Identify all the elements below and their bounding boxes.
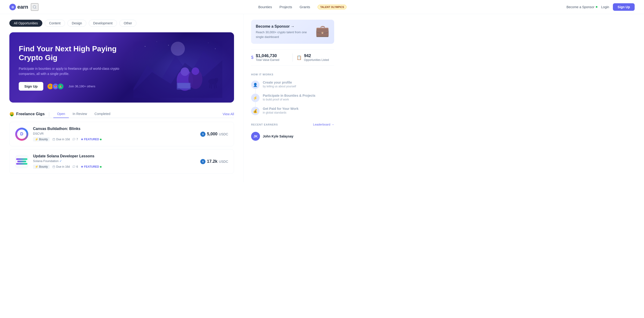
sponsor-card[interactable]: Become a Sponsor → Reach 30,000+ crypto …	[251, 20, 334, 44]
filter-pills: All Opportunities Content Design Develop…	[9, 20, 234, 27]
tab-in-review[interactable]: In Review	[69, 110, 90, 118]
solana-logo	[15, 155, 28, 168]
filter-design[interactable]: Design	[68, 20, 86, 27]
talent-olympics[interactable]: TALENT OLYMPICS	[318, 5, 346, 9]
signup-button[interactable]: Sign Up	[613, 3, 635, 11]
step-line-2	[255, 102, 256, 107]
step-icon-3: 💰	[251, 107, 260, 115]
tab-completed[interactable]: Completed	[91, 110, 114, 118]
svg-line-20	[214, 84, 214, 89]
hero-illustration	[122, 32, 234, 103]
header-left: ◎ earn	[9, 3, 38, 11]
opportunities-count: 942	[304, 53, 329, 58]
briefcase-stat-icon: 📋	[296, 55, 302, 60]
leaderboard-link[interactable]: Leaderboard →	[313, 123, 334, 126]
step-subtitle-1: by telling us about yourself	[263, 85, 296, 88]
gig-org-solana: Solana Foundation ✓	[33, 159, 196, 163]
gig-meta-canvas: ⚡ Bounty Due in 10d 7 ★	[33, 137, 196, 141]
stat-divider	[292, 53, 293, 62]
svg-rect-10	[178, 83, 190, 88]
comments-canvas: 7	[72, 138, 78, 141]
step-text-2: Participate in Bounties & Projects to bu…	[263, 94, 316, 101]
step-title-2: Participate in Bounties & Projects	[263, 94, 316, 97]
how-it-works-title: HOW IT WORKS	[251, 73, 334, 76]
star-icon: ★	[81, 138, 83, 141]
hero-content: Find Your Next High Paying Crypto Gig Pa…	[19, 44, 132, 91]
briefcase-icon: 💼	[316, 24, 330, 38]
stat-opps-content: 942 Opportunities Listed	[304, 53, 329, 62]
step-icon-2: ⚡	[251, 94, 260, 102]
section-title: 🤑 Freelance Gigs	[9, 112, 45, 117]
svg-point-6	[181, 68, 189, 76]
gigs-emoji: 🤑	[9, 112, 14, 117]
step-text-3: Get Paid for Your Work in global standar…	[263, 107, 298, 114]
solana-logo-bars	[16, 158, 28, 165]
hero-actions: Sign Up 🎭 🦊 ⛵ Join 36,190+ others	[19, 82, 132, 91]
logo-icon: ◎	[9, 4, 16, 10]
earner-avatar-1: JK	[251, 132, 260, 141]
avatar-3: ⛵	[57, 83, 64, 90]
filter-other[interactable]: Other	[119, 20, 136, 27]
nav-projects[interactable]: Projects	[280, 5, 292, 9]
svg-line-19	[211, 84, 212, 89]
svg-point-15	[215, 49, 216, 49]
view-all-link[interactable]: View All	[222, 112, 234, 116]
header: ◎ earn Bounties Projects Grants TALENT O…	[0, 0, 644, 14]
verified-icon: ✓	[60, 159, 62, 163]
step-subtitle-3: in global standards	[263, 111, 298, 114]
how-step-2: ⚡ Participate in Bounties & Projects to …	[251, 94, 334, 102]
logo[interactable]: ◎ earn	[9, 4, 28, 10]
gig-card-canvas[interactable]: D Canvas Buildathon: Blinks DSCVR ⚡ Boun…	[9, 122, 234, 146]
step-text-1: Create your profile by telling us about …	[263, 81, 296, 88]
lightning-icon-2: ⚡	[35, 165, 38, 168]
recent-earners: RECENT EARNERS Leaderboard → JK John Kyl…	[251, 123, 334, 143]
gig-reward-solana: $ 17.2k USDC	[200, 159, 228, 164]
hero-subtitle: Participate in bounties or apply to free…	[19, 66, 132, 77]
filter-all[interactable]: All Opportunities	[9, 20, 42, 27]
svg-rect-26	[53, 166, 55, 168]
hero-banner: Find Your Next High Paying Crypto Gig Pa…	[9, 32, 234, 103]
gig-reward-canvas: $ 5,000 USDC	[200, 132, 228, 137]
sponsor-card-title: Become a Sponsor →	[256, 24, 316, 29]
login-button[interactable]: Login	[601, 5, 609, 9]
nav-grants[interactable]: Grants	[300, 5, 310, 9]
dscvr-logo-inner: D	[17, 130, 26, 139]
main-layout: All Opportunities Content Design Develop…	[0, 14, 644, 182]
talent-olympics-badge: TALENT OLYMPICS	[318, 5, 346, 9]
svg-point-0	[33, 6, 36, 8]
how-step-1: 👤 Create your profile by telling us abou…	[251, 81, 334, 89]
sponsor-card-content: Become a Sponsor → Reach 30,000+ crypto …	[256, 24, 316, 39]
become-sponsor-link[interactable]: Become a Sponsor	[566, 5, 598, 9]
sol-bar-3	[16, 163, 28, 165]
dollar-icon: $	[251, 55, 254, 60]
earner-item-1: JK John Kyle Salaysay	[251, 130, 334, 143]
sponsor-dot	[596, 6, 598, 8]
search-button[interactable]	[31, 3, 38, 11]
stat-total-value: $ $1,046,730 Total Value Earned	[251, 53, 289, 62]
section-title-tabs: 🤑 Freelance Gigs | Open In Review Comple…	[9, 110, 114, 118]
section-tabs: Open In Review Completed	[53, 110, 114, 118]
how-step-3: 💰 Get Paid for Your Work in global stand…	[251, 107, 334, 115]
svg-point-4	[171, 42, 185, 56]
filter-content[interactable]: Content	[45, 20, 65, 27]
main-nav: Bounties Projects Grants TALENT OLYMPICS	[258, 5, 347, 9]
gigs-title: Freelance Gigs	[16, 112, 45, 116]
gig-meta-solana: ⚡ Bounty Due in 16d 6 ★	[33, 165, 196, 169]
title-divider: |	[48, 112, 50, 117]
svg-point-12	[156, 42, 157, 42]
step-subtitle-2: to build proof of work	[263, 98, 316, 101]
tab-open[interactable]: Open	[53, 110, 69, 118]
nav-bounties[interactable]: Bounties	[258, 5, 272, 9]
featured-badge-canvas: ★ FEATURED	[81, 138, 101, 141]
gig-card-solana[interactable]: Update Solana Developer Lessons Solana F…	[9, 149, 234, 174]
sol-bar-1	[16, 158, 28, 160]
filter-development[interactable]: Development	[89, 20, 117, 27]
hero-signup-button[interactable]: Sign Up	[19, 82, 43, 91]
stat-opportunities: 📋 942 Opportunities Listed	[296, 53, 334, 62]
comments-solana: 6	[72, 165, 78, 168]
join-text: Join 36,190+ others	[68, 85, 96, 88]
total-value-label: Total Value Earned	[256, 58, 280, 62]
hero-title: Find Your Next High Paying Crypto Gig	[19, 44, 132, 62]
svg-point-8	[192, 68, 199, 75]
how-it-works: HOW IT WORKS 👤 Create your profile by te…	[251, 73, 334, 115]
